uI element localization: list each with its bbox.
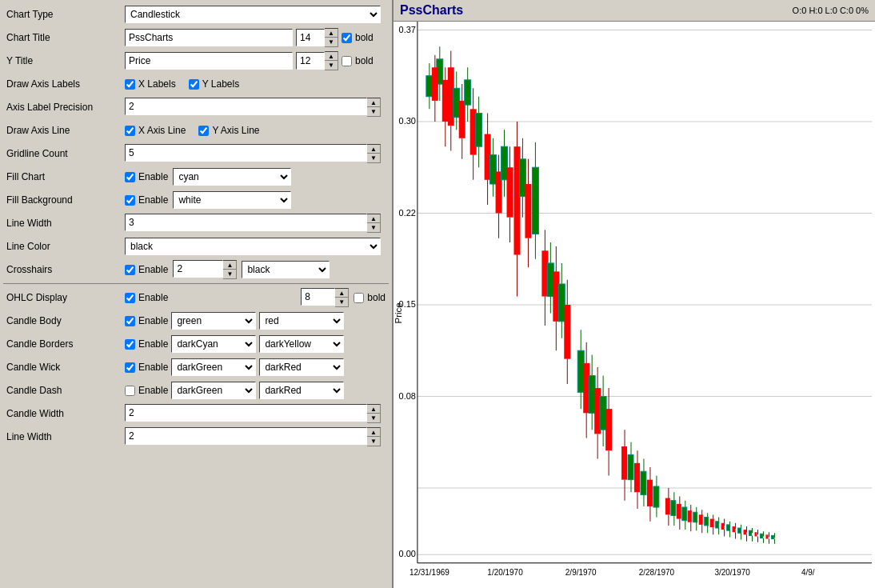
ohlc-font-size-input[interactable] (301, 288, 335, 306)
line-width-input[interactable] (125, 214, 367, 231)
fill-chart-color-select[interactable]: cyan white black red green blue (173, 168, 291, 186)
chart-title-bold-label[interactable]: bold (342, 32, 374, 43)
crosshairs-width-input[interactable] (173, 260, 223, 278)
chart-title-input[interactable] (125, 29, 293, 46)
ohlc-font-size-down[interactable]: ▼ (335, 298, 348, 306)
y-labels-label[interactable]: Y Labels (189, 78, 239, 90)
fill-background-enable-checkbox[interactable] (125, 195, 135, 206)
line-color-select[interactable]: black white red green blue (125, 238, 381, 255)
gridline-count-down[interactable]: ▼ (367, 154, 380, 162)
line-width-up[interactable]: ▲ (367, 214, 380, 223)
crosshairs-enable-checkbox[interactable] (125, 265, 135, 275)
axis-label-precision-up[interactable]: ▲ (367, 98, 380, 107)
svg-rect-158 (721, 523, 725, 530)
candle-borders-up-color-select[interactable]: darkCyan cyan (171, 335, 256, 353)
y-title-font-size-input[interactable] (296, 52, 325, 70)
candle-width-input[interactable] (125, 404, 367, 422)
svg-rect-164 (733, 526, 736, 532)
line-color-control: black white red green blue (125, 238, 386, 255)
ohlc-enable-checkbox[interactable] (125, 293, 135, 303)
line-width-2-input[interactable] (125, 427, 367, 445)
candle-width-down[interactable]: ▼ (367, 414, 380, 422)
y-title-font-size-down[interactable]: ▼ (325, 61, 338, 70)
axis-label-precision-down[interactable]: ▼ (367, 107, 380, 116)
draw-axis-line-control: X Axis Line Y Axis Line (125, 125, 386, 136)
x-axis-line-checkbox[interactable] (125, 126, 135, 136)
fill-background-enable-label[interactable]: Enable (125, 194, 168, 206)
gridline-count-input[interactable] (125, 144, 367, 162)
y-title-bold-checkbox[interactable] (342, 56, 352, 66)
ohlc-bold-checkbox[interactable] (354, 293, 364, 303)
fill-background-color-select[interactable]: white cyan black red (173, 191, 291, 209)
svg-text:Price: Price (394, 302, 403, 323)
candle-wick-enable-label[interactable]: Enable (125, 362, 168, 373)
y-labels-checkbox[interactable] (189, 79, 199, 90)
crosshairs-row: Crosshairs Enable ▲ ▼ black white red (3, 258, 389, 281)
axis-label-precision-btns: ▲ ▼ (367, 98, 381, 117)
candle-borders-enable-checkbox[interactable] (125, 339, 135, 350)
line-width-down[interactable]: ▼ (367, 223, 380, 232)
chart-title-font-size-input[interactable] (296, 29, 325, 46)
x-labels-label[interactable]: X Labels (125, 78, 176, 90)
y-axis-line-checkbox[interactable] (198, 126, 209, 136)
y-labels-text: Y Labels (202, 78, 239, 90)
candle-body-down-color-select[interactable]: red darkRed maroon (259, 312, 344, 330)
candle-wick-up-color-select[interactable]: darkGreen green (171, 358, 256, 376)
svg-rect-110 (621, 446, 627, 480)
line-width-spinner: ▲ ▼ (125, 214, 381, 233)
crosshairs-width-up[interactable]: ▲ (223, 261, 236, 270)
axis-label-precision-input[interactable] (125, 98, 367, 115)
candle-body-row: Candle Body Enable green darkGreen lime … (3, 310, 389, 332)
x-labels-checkbox[interactable] (125, 79, 135, 90)
ohlc-enable-label[interactable]: Enable (125, 292, 168, 303)
svg-rect-68 (519, 159, 525, 197)
axis-label-precision-control: ▲ ▼ (125, 98, 386, 117)
candle-dash-enable-label[interactable]: Enable (125, 385, 168, 396)
chart-title-font-size-down[interactable]: ▼ (325, 38, 338, 46)
candle-dash-enable-checkbox[interactable] (125, 386, 135, 396)
x-axis-line-label[interactable]: X Axis Line (125, 125, 186, 136)
candle-dash-up-color-select[interactable]: darkGreen green (171, 382, 256, 399)
ohlc-bold-label[interactable]: bold (354, 292, 386, 303)
candle-dash-down-color-select[interactable]: darkRed red (259, 382, 344, 399)
svg-rect-26 (432, 67, 438, 101)
gridline-count-up[interactable]: ▲ (367, 145, 380, 154)
y-title-font-size-spinner: ▲ ▼ (296, 51, 338, 70)
svg-rect-140 (688, 510, 692, 522)
fill-chart-row: Fill Chart Enable cyan white black red g… (3, 166, 389, 188)
svg-rect-119 (641, 471, 646, 494)
candle-body-up-color-select[interactable]: green darkGreen lime (171, 312, 256, 330)
y-axis-line-label[interactable]: Y Axis Line (198, 125, 259, 136)
line-width-2-row: Line Width ▲ ▼ (3, 426, 389, 448)
candle-borders-enable-label[interactable]: Enable (125, 338, 168, 350)
candle-body-enable-label[interactable]: Enable (125, 315, 168, 326)
y-title-font-size-up[interactable]: ▲ (325, 52, 338, 61)
y-title-input[interactable] (125, 52, 293, 70)
candle-wick-row: Candle Wick Enable darkGreen green darkR… (3, 356, 389, 378)
chart-title-bold-checkbox[interactable] (342, 33, 352, 43)
line-color-label: Line Color (6, 241, 125, 252)
candle-borders-down-color-select[interactable]: darkYellow yellow (259, 335, 344, 353)
chart-header: PssCharts O:0 H:0 L:0 C:0 0% (394, 0, 875, 22)
fill-chart-enable-label[interactable]: Enable (125, 171, 168, 182)
ohlc-display-label: OHLC Display (6, 292, 125, 303)
svg-rect-1 (394, 22, 418, 571)
candle-wick-enable-checkbox[interactable] (125, 362, 135, 373)
fill-chart-enable-checkbox[interactable] (125, 172, 135, 182)
candle-dash-label: Candle Dash (6, 385, 125, 396)
candle-body-enable-checkbox[interactable] (125, 316, 135, 326)
candle-width-up[interactable]: ▲ (367, 405, 380, 414)
line-width-2-down[interactable]: ▼ (367, 437, 380, 446)
ohlc-font-size-up[interactable]: ▲ (335, 289, 348, 298)
draw-axis-labels-control: X Labels Y Labels (125, 78, 386, 90)
crosshairs-color-select[interactable]: black white red (242, 261, 330, 278)
candle-wick-down-color-select[interactable]: darkRed red (259, 358, 344, 376)
crosshairs-width-down[interactable]: ▼ (223, 270, 236, 278)
crosshairs-enable-label[interactable]: Enable (125, 264, 168, 275)
chart-type-select[interactable]: Candlestick Line Bar OHLC (125, 6, 381, 23)
fill-chart-control: Enable cyan white black red green blue (125, 168, 386, 186)
line-width-2-up[interactable]: ▲ (367, 428, 380, 437)
chart-title-font-size-up[interactable]: ▲ (325, 29, 338, 38)
y-title-bold-label[interactable]: bold (342, 55, 374, 66)
candle-body-control: Enable green darkGreen lime red darkRed … (125, 312, 386, 330)
